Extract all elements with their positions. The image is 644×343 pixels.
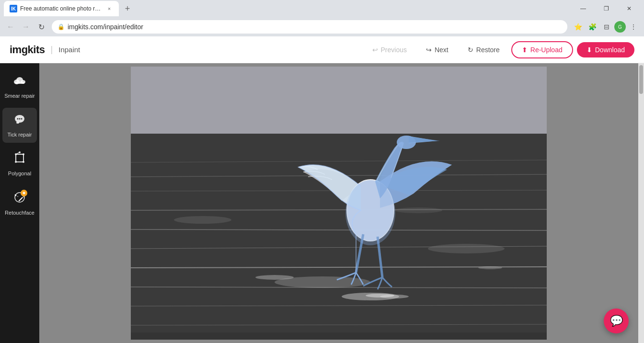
address-text: imgkits.com/inpaint/editor [68,23,562,31]
svg-point-38 [428,244,505,253]
extension-button[interactable]: 🧩 [586,20,599,34]
svg-point-19 [15,195,16,195]
svg-point-6 [17,118,19,120]
svg-rect-26 [131,134,547,340]
back-button[interactable]: ← [4,20,17,34]
image-container [131,67,547,340]
split-screen-button[interactable]: ⊟ [600,20,613,34]
logo-area: imgkits | Inpaint [10,44,80,56]
window-controls: — ❐ ✕ [572,0,640,17]
svg-rect-3 [15,82,24,84]
svg-rect-9 [16,154,23,162]
premium-indicator: ◆ [21,190,27,196]
main-layout: Smear repair Tick repair [0,63,644,343]
smear-repair-label: Smear repair [4,93,35,99]
forward-button[interactable]: → [19,20,33,34]
bookmark-star-button[interactable]: ⭐ [571,20,585,34]
header-nav: ↩ Previous ↪ Next ↻ Restore ⬆ Re-Upload … [365,41,635,58]
close-button[interactable]: ✕ [618,0,640,17]
app-container: imgkits | Inpaint ↩ Previous ↪ Next ↻ Re… [0,36,644,343]
sidebar-item-smear-repair[interactable]: Smear repair [2,69,37,104]
chat-icon: 💬 [610,315,623,327]
svg-rect-24 [131,67,547,143]
canvas-area[interactable]: 💬 [39,63,638,343]
svg-point-5 [16,122,19,124]
restore-button[interactable]: ↻ Restore [460,42,507,57]
sidebar-item-tick-repair[interactable]: Tick repair [2,108,37,143]
svg-point-41 [255,275,294,280]
previous-icon: ↩ [372,46,378,54]
svg-point-40 [394,207,442,213]
tab-label: Free automatic online photo ret… [20,5,103,12]
svg-point-37 [174,216,231,224]
premium-badge: ◆ [13,191,26,207]
reupload-button[interactable]: ⬆ Re-Upload [511,41,573,58]
tab-bar: IK Free automatic online photo ret… × + … [0,0,644,17]
sidebar-item-polygonal[interactable]: Polygonal [2,147,37,182]
tab-close-btn[interactable]: × [105,5,113,12]
smear-repair-icon [13,74,26,90]
retouchface-label: Retouchface [5,210,34,216]
chat-button[interactable]: 💬 [604,309,629,333]
browser-actions: ⭐ 🧩 ⊟ G ⋮ [571,20,640,34]
polygonal-icon [13,151,26,168]
svg-point-12 [15,153,17,155]
svg-point-52 [366,294,394,297]
svg-point-22 [17,196,18,197]
polygonal-label: Polygonal [8,171,31,177]
next-icon: ↪ [426,46,432,54]
download-button[interactable]: ⬇ Download [577,42,634,57]
svg-point-7 [19,118,21,120]
vertical-scrollbar[interactable] [638,63,644,343]
svg-point-11 [19,151,21,153]
logo-divider: | [51,45,53,55]
refresh-button[interactable]: ↻ [34,20,48,34]
svg-point-43 [478,266,502,269]
svg-point-8 [21,118,23,120]
svg-point-13 [23,153,24,155]
sidebar: Smear repair Tick repair [0,63,39,343]
scrollbar-thumb[interactable] [639,65,643,94]
tick-repair-label: Tick repair [8,132,32,138]
menu-button[interactable]: ⋮ [627,20,640,34]
main-canvas-svg [131,67,547,340]
svg-point-14 [15,161,17,163]
new-tab-button[interactable]: + [121,2,134,15]
restore-icon: ↻ [468,46,473,54]
sidebar-item-retouchface[interactable]: ◆ Retouchface [2,186,37,221]
minimize-button[interactable]: — [572,0,594,17]
download-icon: ⬇ [586,46,592,54]
upload-icon: ⬆ [522,46,528,54]
next-button[interactable]: ↪ Next [418,42,456,57]
svg-line-20 [19,197,23,201]
previous-button[interactable]: ↩ Previous [365,42,414,57]
page-label: Inpaint [58,46,80,54]
profile-avatar[interactable]: G [614,21,626,33]
maximize-button[interactable]: ❐ [595,0,617,17]
tick-repair-icon [13,113,26,129]
lock-icon: 🔒 [58,23,65,30]
app-header: imgkits | Inpaint ↩ Previous ↪ Next ↻ Re… [0,36,644,63]
app-logo: imgkits [10,44,45,56]
svg-point-15 [23,161,24,163]
address-bar[interactable]: 🔒 imgkits.com/inpaint/editor [52,20,567,34]
svg-rect-53 [131,332,547,340]
browser-chrome: IK Free automatic online photo ret… × + … [0,0,644,36]
tab-favicon: IK [10,5,17,12]
svg-point-50 [397,136,416,149]
address-bar-row: ← → ↻ 🔒 imgkits.com/inpaint/editor ⭐ 🧩 ⊟… [0,17,644,36]
active-tab[interactable]: IK Free automatic online photo ret… × [4,1,119,16]
